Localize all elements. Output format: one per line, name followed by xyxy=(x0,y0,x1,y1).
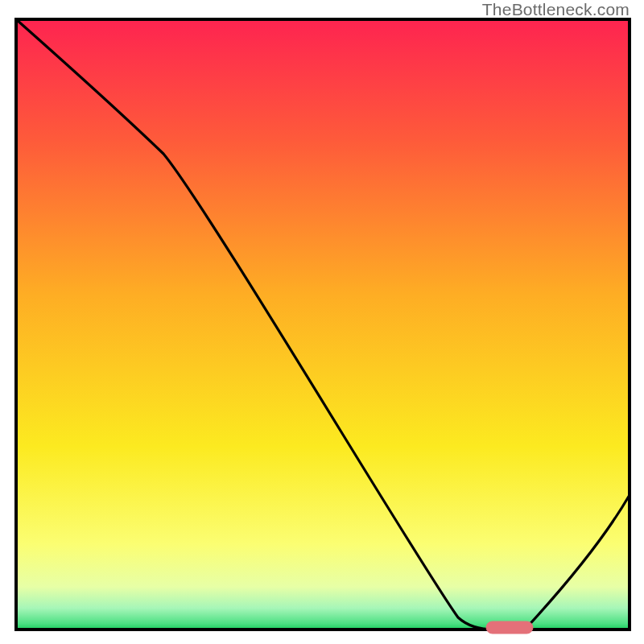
gradient-background xyxy=(16,19,630,630)
optimal-range-marker xyxy=(486,621,533,634)
chart-container: TheBottleneck.com xyxy=(0,0,644,644)
bottleneck-chart xyxy=(0,0,644,644)
watermark-text: TheBottleneck.com xyxy=(482,0,630,19)
